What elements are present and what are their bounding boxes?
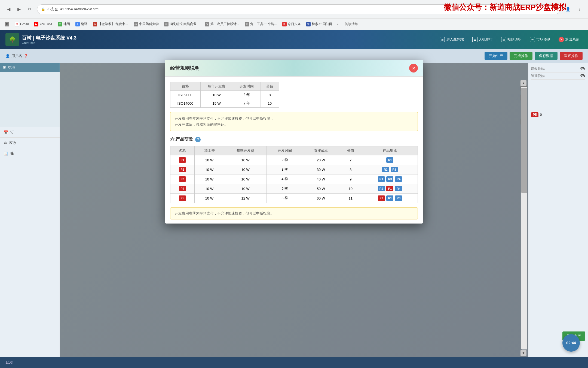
bookmark-maps[interactable]: ◎ 地图 [56, 21, 72, 28]
product-table: 名称 加工费 每季开发费 开发时间 直接成本 分值 产品组成 [170, 146, 418, 203]
help-icon: ❓ [24, 54, 28, 58]
forward-button[interactable]: ▶ [15, 5, 23, 14]
btn-complete[interactable]: 完成操作 [510, 52, 532, 60]
section6-title: 六.产品研发 [170, 137, 193, 142]
apps-icon: ⊞ [5, 22, 9, 26]
cert-iso14000-time: 2 年 [233, 99, 261, 108]
product-row-p3: P3 10 W 10 W 4 季 40 W 9 R1 R3 R4 [170, 174, 418, 184]
stock-icon: 股 [205, 22, 209, 26]
cert-row-iso14000: ISO14000 15 W 2 年 10 [170, 99, 279, 108]
sidebar-receivable[interactable]: ♻ 应收 [0, 137, 60, 148]
right-panel-section-receivable: 应收款款: 0W 逾期贷款: 0W [531, 65, 585, 80]
bookmark-toutiao[interactable]: 条 今日头条 [280, 21, 303, 28]
cnki-label: 检索-中国知网 [312, 22, 332, 26]
more-bookmarks[interactable]: » [336, 22, 340, 26]
nav-rules[interactable]: ⊞ 规则说明 [498, 35, 525, 44]
maps-label: 地图 [63, 22, 70, 26]
sidebar-orders[interactable]: 📅 订 [0, 127, 60, 137]
product-row-p5: P5 10 W 12 W 5 季 60 W 11 P2 R1 R3 [170, 194, 418, 203]
btn-start-production[interactable]: 开始生产 [485, 52, 507, 60]
p1-name: P1 [170, 155, 195, 165]
toutiao-icon: 条 [282, 22, 287, 26]
product-row-p1: P1 10 W 10 W 2 季 20 W 7 R1 [170, 155, 418, 165]
nav-buttons: ◀ ▶ ↻ [4, 5, 34, 14]
rabbit-label: 兔二工具-一个能... [250, 22, 277, 26]
col-components: 产品组成 [362, 146, 418, 155]
btn-reset[interactable]: 重置操作 [560, 52, 583, 60]
browser-actions: 👤 ⋮ [564, 5, 584, 14]
col-processing: 加工费 [195, 146, 224, 155]
product-note-box: 开发费用在季末平均支付，不允许加速投资，但可以中断投资。 [170, 207, 418, 219]
bookmark-stock[interactable]: 股 第二次员工持股计... [203, 21, 241, 28]
user-info: 👤 用户名 ❓ [5, 53, 28, 58]
product-row-p4: P4 10 W 10 W 5 季 50 W 10 R2 P1 R4 [170, 184, 418, 194]
bookmark-translate[interactable]: A 翻译 [73, 21, 90, 28]
right-panel: 应收款款: 0W 逾期贷款: 0W P5 0 开始生产 [528, 63, 588, 357]
p2-name: P2 [170, 165, 195, 174]
accounts-icon: 📊 [4, 152, 8, 156]
p4-components: R2 P1 R4 [362, 184, 418, 194]
cert-iso14000-score: 10 [261, 99, 279, 108]
rank-icon: ☰ [472, 37, 477, 42]
cert-iso9000-score: 8 [261, 91, 279, 99]
nav-exit[interactable]: ✕ 退出系统 [555, 35, 583, 44]
timer-bubble: 02:44 [562, 334, 580, 352]
dongjian-icon: 洞 [164, 22, 169, 26]
back-button[interactable]: ◀ [4, 5, 13, 14]
sidebar-accounts[interactable]: 📊 账 [0, 148, 60, 159]
logo-icon: 🌳 [5, 33, 19, 46]
reading-list[interactable]: 阅读清单 [343, 21, 360, 28]
p5-processing: 10 W [195, 194, 224, 203]
bookmark-rabbit[interactable]: 兔 兔二工具-一个能... [243, 21, 279, 28]
exit-icon: ✕ [559, 37, 564, 42]
page-number: 1/1/3 [5, 361, 13, 364]
bookmark-wps[interactable]: W 【微学术】-免费中... [91, 21, 130, 28]
btn-save[interactable]: 保存数据 [535, 52, 558, 60]
nav-market[interactable]: ✉ 市场预测 [526, 35, 554, 44]
sidebar-title: 空地 [8, 65, 15, 70]
p3-dev-time: 4 季 [267, 174, 303, 184]
app-logo: 🌳 百树 | 电子沙盘系统 V4.3 GreatTree [5, 33, 76, 46]
judge-icon: ⊞ [440, 37, 445, 42]
receivable-label: 应收 [9, 140, 16, 145]
bookmark-youtube[interactable]: ▶ YouTube [32, 21, 54, 28]
gmail-icon: M [15, 22, 19, 26]
cert-iso14000-cost: 15 W [200, 99, 233, 108]
cert-iso14000-name: ISO14000 [170, 99, 201, 108]
translate-label: 翻译 [81, 22, 87, 26]
pharmacy-icon: 药 [134, 22, 138, 26]
nav-judge[interactable]: ⊞ 进入裁判端 [436, 35, 467, 44]
p1-score: 7 [339, 155, 362, 165]
nav-rank-label: 人机排行 [479, 37, 493, 42]
modal-close-button[interactable]: ✕ [409, 64, 418, 73]
bookmark-cnki[interactable]: 知 检索-中国知网 [304, 21, 335, 28]
bookmark-gmail[interactable]: M Gmail [13, 21, 31, 28]
section6-header: 六.产品研发 ? [170, 137, 418, 142]
pharmacy-label: 中国药科大学 [139, 22, 159, 26]
orders-icon: 📅 [4, 130, 8, 134]
modal-body[interactable]: 价格 每年开发费 开发时间 分值 ISO9000 10 W 2 年 [165, 77, 423, 224]
sub-header-buttons: 开始生产 完成操作 保存数据 重置操作 [485, 52, 583, 60]
cert-note-line1: 开发费用在年末平均支付，不允许加速投资，但可以中断投资； [175, 116, 413, 122]
p4-dev-cost: 10 W [224, 184, 267, 194]
overdue-value: 0W [580, 74, 585, 78]
cert-col-price: 价格 [170, 82, 201, 91]
p3-processing: 10 W [195, 174, 224, 184]
rabbit-icon: 兔 [245, 22, 249, 26]
refresh-button[interactable]: ↻ [25, 5, 34, 14]
receivable-value: 0W [580, 67, 585, 71]
receivable-label: 应收款款: [531, 67, 545, 71]
dongjian-label: 洞见研报-赋能商业... [170, 22, 200, 26]
p5-badge: P5 [531, 112, 538, 117]
p4-score: 10 [339, 184, 362, 194]
translate-icon: A [75, 22, 80, 26]
p5-dev-time: 5 季 [267, 194, 303, 203]
menu-button[interactable]: ⋮ [575, 5, 584, 14]
bookmark-dongjian[interactable]: 洞 洞见研报-赋能商业... [162, 21, 202, 28]
bookmark-pharmacy[interactable]: 药 中国药科大学 [131, 21, 161, 28]
section6-help-button[interactable]: ? [195, 137, 201, 142]
product-row-p2: P2 10 W 10 W 3 季 30 W 8 R2 R3 [170, 165, 418, 174]
bookmark-apps[interactable]: ⊞ [3, 21, 11, 28]
p1-dev-cost: 10 W [224, 155, 267, 165]
nav-rank[interactable]: ☰ 人机排行 [469, 35, 496, 44]
